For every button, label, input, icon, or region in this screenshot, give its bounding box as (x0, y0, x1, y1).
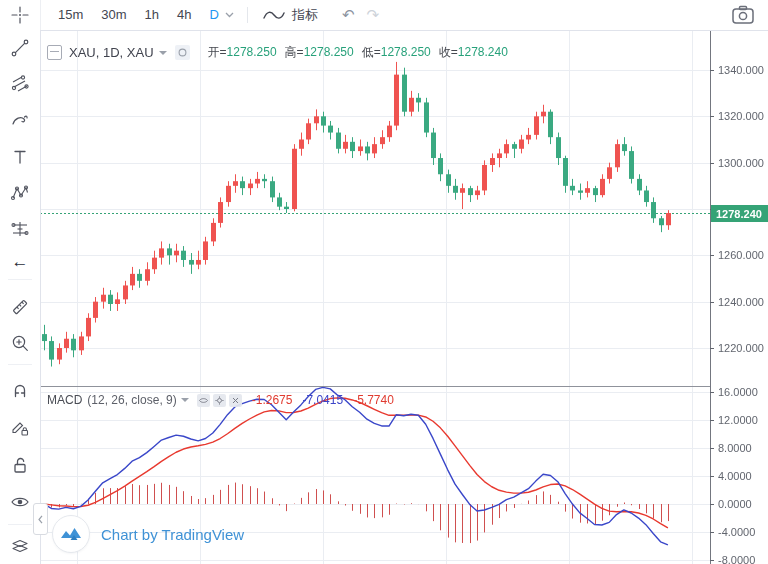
high-value: 1278.250 (304, 45, 354, 59)
legend-source-button[interactable] (175, 45, 190, 60)
interval-button-15m[interactable]: 15m (49, 0, 92, 30)
text-tool[interactable] (0, 139, 40, 175)
measure-tool[interactable] (0, 289, 40, 325)
interval-dropdown-button[interactable] (223, 0, 240, 30)
drawing-lock-tool[interactable] (0, 409, 40, 446)
macd-params: (12, 26, close, 9) (87, 393, 176, 407)
open-value: 1278.250 (227, 45, 277, 59)
camera-icon (731, 5, 755, 25)
high-label: 高= (285, 45, 304, 59)
macd-legend: MACD (12, 26, close, 9) -1.2675 -7.0415 … (47, 393, 394, 407)
undo-button[interactable]: ↶ (342, 6, 355, 24)
magnet-tool[interactable] (0, 372, 40, 409)
gann-fib-tool[interactable] (0, 66, 40, 102)
sidebar-separator (8, 279, 32, 280)
symbol-title[interactable]: XAU, 1D, XAU (69, 45, 154, 60)
macd-histogram-value: -1.2675 (252, 393, 293, 407)
macd-signal-value: -5.7740 (353, 393, 394, 407)
interval-button-1h[interactable]: 1h (136, 0, 168, 30)
indicators-label: 指标 (292, 6, 318, 24)
dot-circle-icon (178, 48, 187, 57)
trend-line-tool[interactable] (0, 30, 40, 66)
back-arrow-icon: ← (12, 253, 29, 270)
macd-visibility-button[interactable] (197, 394, 210, 407)
eye-icon (199, 397, 208, 404)
interval-button-30m[interactable]: 30m (92, 0, 135, 30)
macd-title[interactable]: MACD (47, 393, 82, 407)
sidebar-collapse-handle[interactable] (33, 503, 48, 535)
crosshair-tool[interactable] (0, 0, 41, 30)
top-toolbar: 15m 30m 1h 4h D 指标 ↶ ↷ (0, 0, 768, 31)
drawing-toolbar: ← (0, 30, 41, 564)
crosshair-icon (9, 4, 31, 26)
ohlc-readout: 开=1278.250 高=1278.250 低=1278.250 收=1278.… (200, 44, 508, 61)
interval-button-4h[interactable]: 4h (168, 0, 200, 30)
redo-button[interactable]: ↷ (367, 6, 380, 24)
zoom-in-tool[interactable] (0, 325, 40, 361)
symbol-legend: XAU, 1D, XAU 开=1278.250 高=1278.250 低=127… (47, 44, 508, 61)
toolbar-separator (247, 7, 248, 23)
back-arrow-tool[interactable]: ← (0, 247, 40, 275)
pane-collapse-button[interactable] (47, 45, 62, 60)
tradingview-attribution-text: Chart by TradingView (101, 526, 244, 543)
macd-line-value: -7.0415 (302, 393, 343, 407)
low-label: 低= (362, 45, 381, 59)
tradingview-attribution[interactable]: Chart by TradingView (52, 515, 244, 553)
tradingview-logo-icon (52, 515, 90, 553)
gear-icon (215, 396, 224, 405)
sidebar-separator (8, 364, 32, 365)
sidebar-separator (8, 524, 32, 525)
low-value: 1278.250 (381, 45, 431, 59)
macd-settings-button[interactable] (213, 394, 226, 407)
indicator-wave-icon (263, 9, 285, 21)
price-chart-canvas[interactable] (40, 30, 768, 564)
legend-dropdown-icon[interactable] (159, 51, 167, 55)
screenshot-button[interactable] (731, 5, 755, 25)
chevron-left-icon (38, 515, 43, 524)
unlock-tool[interactable] (0, 446, 40, 483)
macd-close-button[interactable] (229, 394, 242, 407)
interval-button-1d-selected[interactable]: D (201, 0, 223, 30)
chevron-down-icon (225, 12, 234, 18)
close-label: 收= (439, 45, 458, 59)
close-value: 1278.240 (458, 45, 508, 59)
long-position-tool[interactable] (0, 211, 40, 247)
brush-tool[interactable] (0, 102, 40, 138)
close-icon (232, 397, 239, 404)
macd-dropdown-icon[interactable] (181, 398, 189, 402)
open-label: 开= (208, 45, 227, 59)
trading-chart-app: 15m 30m 1h 4h D 指标 ↶ ↷ (0, 0, 768, 564)
indicators-button[interactable]: 指标 (255, 0, 326, 30)
xabcd-pattern-tool[interactable] (0, 175, 40, 211)
